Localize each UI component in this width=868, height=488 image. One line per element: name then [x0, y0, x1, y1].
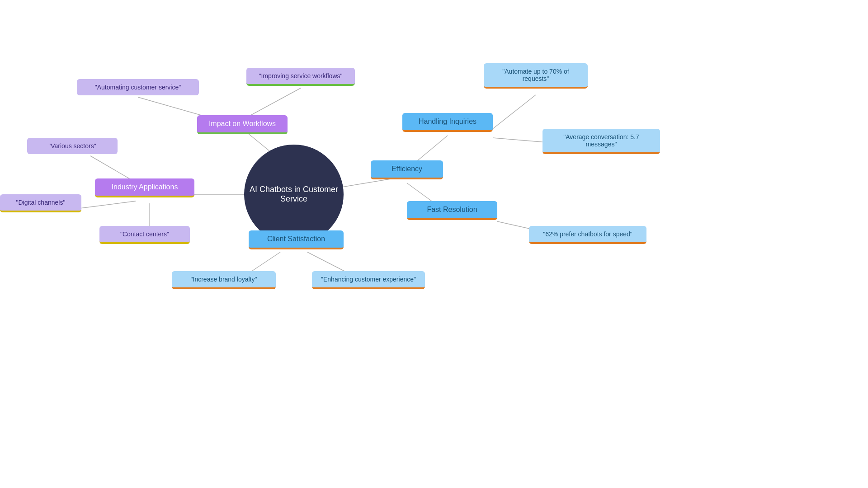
svg-line-12 [493, 95, 536, 129]
node-fast: Fast Resolution [407, 201, 497, 220]
node-workflows-q2: "Automating customer service" [77, 79, 199, 95]
node-workflows-q1: "Improving service workflows" [246, 68, 355, 86]
node-industry: Industry Applications [95, 178, 194, 197]
node-workflows: Impact on Workflows [197, 115, 288, 134]
center-node: AI Chatbots in Customer Service [244, 145, 344, 244]
node-industry-q3: "Contact centers" [99, 226, 190, 244]
node-industry-q1: "Various sectors" [27, 138, 118, 154]
node-handling: Handling Inquiries [402, 113, 493, 132]
node-handling-q1: "Automate up to 70% of requests" [484, 63, 588, 89]
node-handling-q2: "Average conversation: 5.7 messages" [542, 129, 660, 154]
node-satisfaction-q1: "Increase brand loyalty" [172, 271, 276, 289]
node-satisfaction-q2: "Enhancing customer experience" [312, 271, 425, 289]
node-satisfaction: Client Satisfaction [249, 230, 344, 249]
node-efficiency: Efficiency [371, 160, 443, 179]
node-fast-q1: "62% prefer chatbots for speed" [529, 226, 646, 244]
node-industry-q2: "Digital channels" [0, 194, 81, 212]
